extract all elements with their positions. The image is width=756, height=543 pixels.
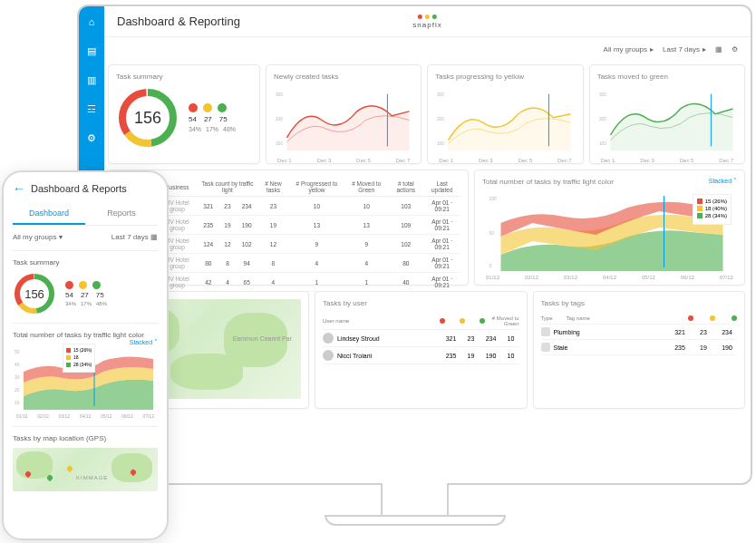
- brand-name: snapfix: [412, 21, 441, 29]
- svg-text:100: 100: [599, 141, 606, 146]
- yellow-dot: [203, 103, 212, 112]
- stacked-chart-card: Total number of tasks by traffic light c…: [474, 170, 745, 286]
- svg-text:50: 50: [15, 349, 20, 354]
- brand-logo: snapfix: [412, 15, 441, 29]
- svg-text:0: 0: [489, 263, 492, 268]
- phone-map-view[interactable]: KIMMAGE: [13, 448, 158, 491]
- map-pin-icon[interactable]: [46, 474, 53, 481]
- tasks-by-user-card: Tasks by user User name # Moved to Green…: [315, 291, 528, 409]
- tag-icon: [541, 343, 550, 352]
- page-title: Dashboard & Reporting: [117, 15, 240, 28]
- donut-total: 156: [134, 109, 161, 128]
- phone-stacked-card: Total number of tasks by traffic light c…: [13, 323, 158, 426]
- task-summary-card: Task summary 156: [108, 64, 260, 164]
- gear-icon[interactable]: ⚙: [85, 131, 98, 144]
- line-chart: 300200100: [274, 86, 413, 154]
- red-dot: [189, 103, 198, 112]
- clipboard-icon[interactable]: ▤: [85, 44, 98, 57]
- tag-row[interactable]: Plumbing32123234: [541, 325, 738, 340]
- monitor-stand: [381, 483, 449, 518]
- user-row[interactable]: Nicci Troiani2351919010: [323, 347, 519, 364]
- user-icon[interactable]: ☲: [85, 102, 98, 115]
- monitor-base: [325, 515, 506, 526]
- groups-dropdown[interactable]: All my groups ▸: [604, 45, 654, 53]
- moved-green-card: Tasks moved to green 300200100 Dec 1Dec …: [589, 64, 745, 164]
- svg-text:20: 20: [15, 387, 20, 393]
- desktop-monitor: ⌂ ▤ ▥ ☲ ⚙ Dashboard & Reporting snapfix …: [77, 5, 752, 485]
- svg-text:100: 100: [276, 141, 283, 146]
- phone-groups-dropdown[interactable]: All my groups ▾: [13, 233, 63, 241]
- stacked-legend: 15 (26%) 18 (40%) 28 (34%): [693, 194, 732, 225]
- phone-map-card: Tasks by map location (GPS) KIMMAGE: [13, 426, 158, 499]
- phone-title: Dashboard & Reports: [31, 183, 127, 194]
- donut-legend: 54 27 75 34% 17% 48%: [189, 103, 236, 132]
- phone-period-dropdown[interactable]: Last 7 days ▦: [111, 233, 158, 241]
- svg-text:200: 200: [437, 117, 444, 121]
- tasks-by-tags-card: Tasks by tags Type Tag name Plumbing3212…: [533, 291, 746, 409]
- green-dot: [218, 103, 227, 112]
- svg-text:200: 200: [276, 117, 283, 121]
- avatar: [323, 350, 334, 361]
- phone-task-summary: Task summary 156 542775 34%17%48%: [13, 250, 158, 323]
- svg-text:300: 300: [276, 92, 283, 97]
- calendar-icon[interactable]: ▦: [715, 45, 722, 53]
- dashboard-content: Task summary 156: [108, 64, 745, 478]
- chevron-down-icon: ▸: [703, 45, 706, 53]
- card-title: Task summary: [116, 73, 252, 81]
- home-icon[interactable]: ⌂: [85, 15, 98, 28]
- chart-icon[interactable]: ▥: [85, 73, 98, 86]
- svg-text:40: 40: [15, 362, 20, 367]
- map-pin-icon[interactable]: [66, 465, 73, 472]
- svg-text:30: 30: [15, 374, 20, 380]
- line-chart: 300200100: [435, 86, 575, 154]
- line-chart: 300200100: [597, 86, 737, 154]
- svg-text:100: 100: [437, 141, 444, 146]
- filter-toolbar: All my groups ▸ Last 7 days ▸ ▦ ⚙: [104, 37, 751, 61]
- period-dropdown[interactable]: Last 7 days ▸: [663, 45, 706, 53]
- avatar: [323, 333, 334, 344]
- svg-text:10: 10: [15, 400, 20, 405]
- tab-reports[interactable]: Reports: [85, 203, 158, 225]
- newly-created-card: Newly created tasks 300200100 Dec 1Dec 3…: [266, 64, 422, 164]
- mobile-phone: ← Dashboard & Reports Dashboard Reports …: [2, 170, 169, 540]
- back-arrow-icon[interactable]: ←: [13, 181, 25, 196]
- chevron-down-icon: ▸: [650, 45, 654, 53]
- stacked-toggle[interactable]: Stacked ˅: [709, 178, 737, 185]
- svg-text:100: 100: [489, 196, 498, 201]
- svg-text:300: 300: [437, 92, 444, 97]
- settings-icon[interactable]: ⚙: [732, 45, 738, 53]
- tag-row[interactable]: Stale23519190: [541, 340, 738, 355]
- task-donut-chart: 156: [116, 86, 179, 150]
- page-header: Dashboard & Reporting snapfix: [104, 6, 751, 37]
- svg-text:200: 200: [599, 117, 606, 121]
- tab-dashboard[interactable]: Dashboard: [13, 203, 85, 225]
- phone-header: ← Dashboard & Reports: [13, 181, 158, 196]
- tag-icon: [541, 327, 550, 336]
- svg-text:50: 50: [489, 230, 495, 236]
- svg-text:300: 300: [599, 92, 606, 97]
- phone-tabs: Dashboard Reports: [13, 203, 158, 226]
- progressing-yellow-card: Tasks progressing to yellow 300200100 De…: [427, 64, 583, 164]
- user-row[interactable]: Lindsey Stroud3212323410: [323, 330, 519, 347]
